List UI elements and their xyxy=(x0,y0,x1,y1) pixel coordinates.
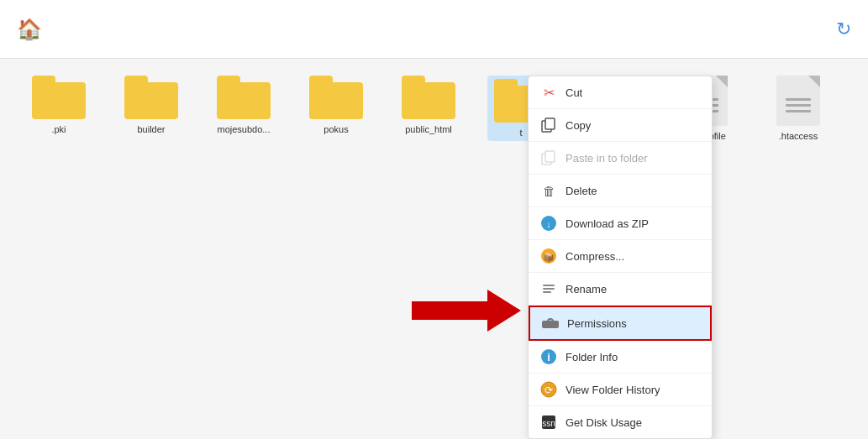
menu-item-folderhistory-label: View Folder History xyxy=(566,384,660,396)
file-item[interactable]: mojesubdo... xyxy=(210,76,277,134)
rename-icon xyxy=(540,280,557,297)
file-area: .pki builder mojesubdo... pokus public_h… xyxy=(0,59,868,158)
context-menu: ✂ Cut Copy Paste in to folder 🗑 Delete xyxy=(528,76,713,439)
file-label: .pki xyxy=(51,124,66,134)
svg-text:ssn: ssn xyxy=(542,419,555,428)
svg-marker-21 xyxy=(412,290,521,332)
file-item[interactable]: .htaccess xyxy=(765,76,832,141)
file-item[interactable]: builder xyxy=(118,76,185,134)
copy-icon xyxy=(540,117,557,133)
delete-icon: 🗑 xyxy=(540,182,557,199)
folderinfo-icon: i xyxy=(540,348,557,365)
menu-item-downloadzip[interactable]: ↓ Download as ZIP xyxy=(529,207,712,240)
svg-text:i: i xyxy=(547,351,550,363)
doc-icon xyxy=(776,76,820,126)
svg-rect-1 xyxy=(545,118,555,129)
cut-icon: ✂ xyxy=(540,84,557,101)
folder-icon xyxy=(217,76,271,119)
folder-icon xyxy=(32,76,86,119)
menu-item-diskusage-label: Get Disk Usage xyxy=(566,416,642,429)
svg-rect-13 xyxy=(549,323,552,327)
menu-item-permissions[interactable]: Permissions xyxy=(529,306,712,341)
svg-rect-3 xyxy=(545,151,555,162)
diskusage-icon: ssn xyxy=(540,414,557,431)
menu-item-folderinfo-label: Folder Info xyxy=(566,351,618,363)
file-item[interactable]: public_html xyxy=(395,76,462,134)
top-bar: 🏠 ↻ xyxy=(0,0,868,59)
menu-item-copy[interactable]: Copy xyxy=(529,109,712,142)
folder-icon xyxy=(309,76,363,119)
menu-item-paste: Paste in to folder xyxy=(529,142,712,175)
arrow-svg xyxy=(412,290,521,332)
file-label: .htaccess xyxy=(779,131,818,141)
menu-item-downloadzip-label: Download as ZIP xyxy=(566,217,649,230)
menu-item-diskusage[interactable]: ssn Get Disk Usage xyxy=(529,406,712,438)
menu-item-rename[interactable]: Rename xyxy=(529,273,712,306)
svg-rect-10 xyxy=(543,291,551,293)
menu-item-rename-label: Rename xyxy=(566,283,607,295)
file-item[interactable]: .pki xyxy=(25,76,92,134)
file-label: pokus xyxy=(324,124,348,134)
folder-icon xyxy=(402,76,455,119)
arrow-pointer xyxy=(412,290,521,332)
menu-item-cut[interactable]: ✂ Cut xyxy=(529,76,712,109)
folder-icon xyxy=(124,76,178,119)
menu-item-delete-label: Delete xyxy=(566,185,597,197)
paste-icon xyxy=(540,149,557,166)
file-label: mojesubdo... xyxy=(218,124,271,134)
file-label: t xyxy=(519,128,522,138)
home-icon[interactable]: 🏠 xyxy=(17,18,42,41)
file-label: builder xyxy=(137,124,165,134)
svg-text:↓: ↓ xyxy=(546,219,551,229)
svg-rect-9 xyxy=(543,288,555,290)
permissions-icon xyxy=(542,315,559,332)
compress-icon: 📦 xyxy=(540,248,557,264)
folderhistory-icon: ⟳ xyxy=(540,381,557,398)
refresh-icon[interactable]: ↻ xyxy=(836,18,851,40)
menu-item-compress[interactable]: 📦 Compress... xyxy=(529,240,712,273)
menu-item-copy-label: Copy xyxy=(566,119,591,132)
menu-item-cut-label: Cut xyxy=(566,86,582,99)
menu-item-delete[interactable]: 🗑 Delete xyxy=(529,175,712,207)
menu-item-compress-label: Compress... xyxy=(566,250,624,263)
downloadzip-icon: ↓ xyxy=(540,215,557,232)
svg-rect-8 xyxy=(543,285,555,286)
menu-item-permissions-label: Permissions xyxy=(567,317,627,330)
menu-item-paste-label: Paste in to folder xyxy=(566,152,648,165)
menu-item-folderhistory[interactable]: ⟳ View Folder History xyxy=(529,374,712,406)
file-label: public_html xyxy=(405,124,452,134)
svg-text:📦: 📦 xyxy=(543,251,555,263)
file-item[interactable]: pokus xyxy=(302,76,370,134)
menu-item-folderinfo[interactable]: i Folder Info xyxy=(529,341,712,374)
svg-text:⟳: ⟳ xyxy=(544,384,553,396)
